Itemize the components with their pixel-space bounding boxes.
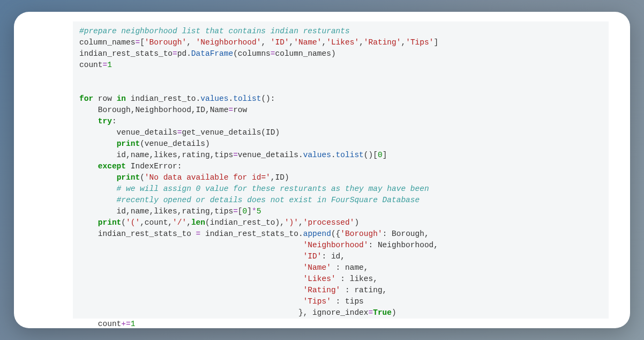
code-text: venue_details bbox=[79, 128, 177, 137]
code-string: 'Neighborhood' bbox=[196, 38, 261, 47]
code-string: 'ID' bbox=[303, 252, 322, 261]
code-text: }, ignore_index bbox=[79, 308, 369, 317]
code-text: : Borough, bbox=[383, 230, 429, 238]
code-string: 'Name' bbox=[303, 263, 331, 272]
code-text bbox=[79, 139, 117, 148]
code-text bbox=[79, 241, 303, 249]
code-string: 'Borough' bbox=[145, 38, 186, 47]
code-text bbox=[79, 275, 303, 283]
code-comment: # we will assign 0 value for these restu… bbox=[79, 184, 429, 193]
code-text: : tips bbox=[331, 297, 364, 306]
code-text: ,ID) bbox=[271, 173, 289, 182]
code-text: : rating, bbox=[340, 286, 387, 294]
code-text: column_names) bbox=[275, 49, 336, 58]
code-string: 'Borough' bbox=[340, 230, 382, 238]
code-op: = bbox=[271, 49, 275, 58]
code-text: : bbox=[112, 117, 117, 125]
code-method: tolist bbox=[233, 94, 261, 103]
code-text: ] bbox=[247, 207, 252, 216]
code-text: , bbox=[298, 218, 303, 227]
code-text: column_names bbox=[79, 38, 135, 47]
code-attr: values bbox=[200, 94, 228, 103]
code-text: ()[ bbox=[364, 151, 378, 159]
code-text: : Neighborhood, bbox=[369, 241, 439, 249]
code-text: , bbox=[322, 38, 327, 47]
code-text: , bbox=[359, 38, 364, 47]
code-text: get_venue_details(ID) bbox=[182, 128, 280, 137]
code-bool: True bbox=[373, 308, 392, 317]
code-keyword: try bbox=[98, 117, 112, 125]
code-text: : name, bbox=[331, 263, 369, 272]
code-text: ) bbox=[354, 218, 359, 227]
code-string: 'processed' bbox=[303, 218, 355, 227]
code-text: ] bbox=[383, 151, 387, 159]
code-text: Borough,Neighborhood,ID,Name bbox=[79, 106, 228, 114]
code-op: = bbox=[173, 49, 177, 58]
code-method: tolist bbox=[336, 151, 364, 159]
code-string: 'Tips' bbox=[406, 38, 433, 47]
code-string: 'Name' bbox=[294, 38, 321, 47]
code-text: pd bbox=[177, 49, 186, 58]
code-text: [ bbox=[140, 38, 145, 47]
code-text: , bbox=[186, 218, 191, 227]
code-text: ,count, bbox=[140, 218, 173, 227]
code-op: = bbox=[233, 151, 238, 159]
code-text: . bbox=[331, 151, 336, 159]
code-string: 'ID' bbox=[271, 38, 289, 47]
code-method: append bbox=[303, 230, 331, 238]
code-text: indian_rest_to bbox=[126, 94, 196, 103]
code-text: row bbox=[93, 94, 117, 103]
code-text: . bbox=[298, 151, 303, 159]
code-text: , bbox=[261, 38, 270, 47]
code-string: 'Rating' bbox=[364, 38, 401, 47]
code-text bbox=[79, 162, 98, 171]
code-builtin: print bbox=[98, 218, 122, 227]
code-text bbox=[79, 173, 117, 182]
code-text bbox=[79, 297, 303, 306]
code-text: indian_rest_stats_to bbox=[79, 49, 173, 58]
code-op: = bbox=[135, 38, 140, 47]
code-text bbox=[79, 263, 303, 272]
code-text: . bbox=[196, 94, 201, 103]
code-text: IndexError: bbox=[126, 162, 182, 171]
code-comment: #recently opened or details does not exi… bbox=[79, 196, 420, 204]
code-text bbox=[79, 117, 98, 125]
code-keyword: except bbox=[98, 162, 126, 171]
code-op: = bbox=[233, 207, 238, 216]
code-text: indian_rest_stats_to bbox=[79, 230, 196, 238]
code-text: row bbox=[233, 106, 247, 114]
code-text: . bbox=[186, 49, 191, 58]
code-string: 'Tips' bbox=[303, 297, 331, 306]
code-number: 5 bbox=[257, 207, 261, 216]
code-op: * bbox=[252, 207, 257, 216]
code-text: ) bbox=[392, 308, 396, 317]
code-text: (indian_rest_to), bbox=[205, 218, 284, 227]
code-string: 'Rating' bbox=[303, 286, 341, 294]
code-number: 0 bbox=[243, 207, 248, 216]
code-attr: values bbox=[303, 151, 331, 159]
code-keyword: for bbox=[79, 94, 93, 103]
code-text: ({ bbox=[331, 230, 340, 238]
code-number: 1 bbox=[131, 320, 136, 328]
code-text: ( bbox=[140, 173, 145, 182]
code-builtin: print bbox=[117, 173, 140, 182]
code-text: (): bbox=[261, 94, 275, 103]
code-string: 'No data available for id=' bbox=[145, 173, 271, 182]
code-text: id,name,likes,rating,tips bbox=[79, 151, 233, 159]
code-text: , bbox=[401, 38, 406, 47]
code-number: 0 bbox=[378, 151, 383, 159]
code-text: indian_rest_stats_to bbox=[200, 230, 298, 238]
code-builtin: print bbox=[117, 139, 140, 148]
code-text: , bbox=[289, 38, 294, 47]
code-string: '(' bbox=[126, 218, 140, 227]
code-function: DataFrame bbox=[191, 49, 233, 58]
code-text: . bbox=[298, 230, 303, 238]
code-text: venue_details bbox=[238, 151, 298, 159]
code-string: 'Likes' bbox=[303, 275, 336, 283]
code-text: , bbox=[186, 38, 196, 47]
code-text: count bbox=[79, 61, 103, 69]
code-string: 'Neighborhood' bbox=[303, 241, 369, 249]
code-string: ')' bbox=[284, 218, 298, 227]
code-op: = bbox=[196, 230, 201, 238]
code-op: = bbox=[228, 106, 233, 114]
